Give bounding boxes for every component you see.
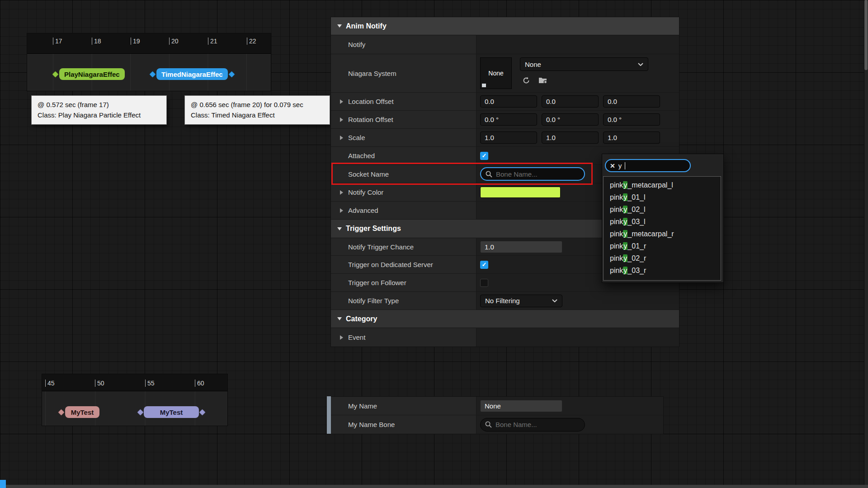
notify-end-marker-icon[interactable]: [199, 408, 206, 416]
section-anim-notify[interactable]: Anim Notify: [331, 17, 679, 35]
bone-option[interactable]: pinky_03_r: [604, 264, 721, 277]
frame-tick: 19: [131, 38, 140, 45]
scale-y-field[interactable]: 1.0: [542, 131, 599, 144]
clear-search-icon[interactable]: ✕: [610, 163, 615, 169]
my-name-bone-input[interactable]: [495, 421, 580, 428]
expander-icon[interactable]: [340, 208, 343, 213]
notify-end-marker-icon[interactable]: [228, 70, 235, 78]
timeline-ruler-bottom[interactable]: 45 50 55 60: [42, 374, 227, 391]
option-text: _01_r: [627, 242, 646, 250]
use-selected-asset-icon[interactable]: [521, 75, 532, 86]
property-label: Trigger on Dedicated Server: [348, 261, 433, 268]
notify-timeline-bottom: 45 50 55 60 MyTest MyTest: [42, 374, 228, 426]
bone-search-popup: ✕ y pinky_metacarpal_l pinky_01_l pinky_…: [602, 154, 724, 283]
niagara-asset-thumbnail[interactable]: None: [480, 57, 512, 89]
row-scale: Scale 1.0 1.0 1.0: [331, 129, 679, 147]
row-my-name-bone: My Name Bone: [331, 415, 663, 434]
notify-chip[interactable]: PlayNiagaraEffec: [59, 68, 125, 80]
trigger-chance-field[interactable]: 1.0: [480, 241, 562, 253]
option-text: pink: [610, 230, 623, 238]
check-icon: ✓: [482, 261, 487, 268]
my-name-bone-search[interactable]: [480, 418, 585, 432]
row-my-name: My Name None: [331, 397, 663, 415]
property-label: Event: [348, 333, 365, 341]
expander-icon[interactable]: [340, 117, 343, 122]
attached-checkbox[interactable]: ✓: [480, 152, 488, 160]
bone-option[interactable]: pinky_02_r: [604, 252, 721, 264]
collapse-arrow-icon: [337, 227, 342, 230]
right-scrollbar-thumb[interactable]: [864, 0, 868, 70]
property-label: Notify Trigger Chance: [348, 243, 414, 251]
bone-option[interactable]: pinky_01_l: [604, 191, 721, 203]
notify-track[interactable]: PlayNiagaraEffec TimedNiagaraEffec: [27, 54, 271, 91]
notify-chip[interactable]: MyTest: [144, 406, 199, 418]
rotation-z-field[interactable]: 0.0 °: [603, 113, 660, 126]
notify-chip[interactable]: TimedNiagaraEffec: [156, 68, 228, 80]
row-notify: Notify: [331, 35, 679, 54]
socket-name-search[interactable]: [480, 167, 585, 181]
right-scrollbar-track[interactable]: [864, 0, 868, 488]
notify-marker-icon[interactable]: [137, 408, 144, 416]
rotation-x-field[interactable]: 0.0 °: [480, 113, 537, 126]
scale-z-field[interactable]: 1.0: [603, 131, 660, 144]
notify-track[interactable]: MyTest MyTest: [42, 391, 227, 426]
match-highlight: y: [623, 193, 627, 201]
timeline-ruler-top[interactable]: 17 18 19 20 21 22: [27, 33, 271, 54]
location-z-field[interactable]: 0.0: [603, 95, 660, 108]
bottom-left-accent: [0, 480, 6, 488]
option-text: _metacarpal_l: [627, 181, 673, 189]
match-highlight: y: [623, 242, 627, 250]
bone-option[interactable]: pinky_01_r: [604, 240, 721, 252]
bottom-panel-edge: [0, 485, 868, 488]
location-y-field[interactable]: 0.0: [542, 95, 599, 108]
tooltip-time: @ 0.572 sec (frame 17): [38, 100, 160, 110]
dedicated-server-checkbox[interactable]: ✓: [480, 261, 488, 269]
collapse-arrow-icon: [337, 317, 342, 320]
bone-option[interactable]: pinky_metacarpal_r: [604, 228, 721, 240]
section-title: Trigger Settings: [346, 225, 401, 233]
bone-option[interactable]: pinky_metacarpal_l: [604, 179, 721, 191]
tooltip-class: Class: Timed Niagara Effect: [191, 110, 324, 121]
notify-marker-icon[interactable]: [52, 70, 59, 78]
row-notify-filter-type: Notify Filter Type No Filtering: [331, 292, 679, 310]
property-label: Notify: [348, 41, 365, 48]
rotation-y-field[interactable]: 0.0 °: [542, 113, 599, 126]
match-highlight: y: [623, 254, 627, 262]
bone-option[interactable]: pinky_03_l: [604, 216, 721, 228]
frame-tick: 55: [145, 380, 155, 387]
notify-filter-select[interactable]: No Filtering: [480, 295, 562, 307]
notify-mytest-1[interactable]: MyTest: [59, 406, 99, 418]
bone-search-field[interactable]: ✕ y: [605, 159, 691, 172]
thumbnail-label: None: [488, 70, 503, 77]
notify-marker-icon[interactable]: [58, 408, 65, 416]
location-x-field[interactable]: 0.0: [480, 95, 537, 108]
expander-icon[interactable]: [340, 99, 343, 104]
niagara-system-select[interactable]: None: [520, 57, 648, 71]
select-value: No Filtering: [485, 297, 520, 305]
notify-timed-niagara[interactable]: TimedNiagaraEffec: [150, 68, 234, 80]
match-highlight: y: [623, 267, 627, 274]
my-name-field[interactable]: None: [480, 400, 562, 412]
follower-checkbox[interactable]: [480, 279, 488, 287]
scale-x-field[interactable]: 1.0: [480, 131, 537, 144]
anim-sequence-editor: 17 18 19 20 21 22 PlayNiagaraEffec Timed…: [0, 0, 868, 488]
notify-play-niagara[interactable]: PlayNiagaraEffec: [53, 68, 125, 80]
notify-chip[interactable]: MyTest: [65, 406, 99, 418]
option-text: _01_l: [627, 193, 645, 201]
property-label: Rotation Offset: [348, 116, 393, 123]
expander-icon[interactable]: [340, 335, 343, 340]
notify-mytest-2[interactable]: MyTest: [138, 406, 205, 418]
option-text: _02_l: [627, 206, 645, 213]
text-caret: [625, 162, 625, 169]
property-label: Notify Filter Type: [348, 297, 399, 305]
section-category[interactable]: Category: [331, 310, 679, 328]
expander-icon[interactable]: [340, 190, 343, 195]
notify-color-swatch[interactable]: [480, 187, 561, 198]
bone-option[interactable]: pinky_02_l: [604, 203, 721, 216]
browse-to-asset-icon[interactable]: [538, 75, 549, 86]
socket-name-input[interactable]: [496, 170, 580, 178]
notify-marker-icon[interactable]: [149, 70, 156, 78]
expander-icon[interactable]: [340, 136, 343, 140]
match-highlight: y: [623, 218, 627, 225]
scrollbar-grip[interactable]: [327, 396, 331, 434]
